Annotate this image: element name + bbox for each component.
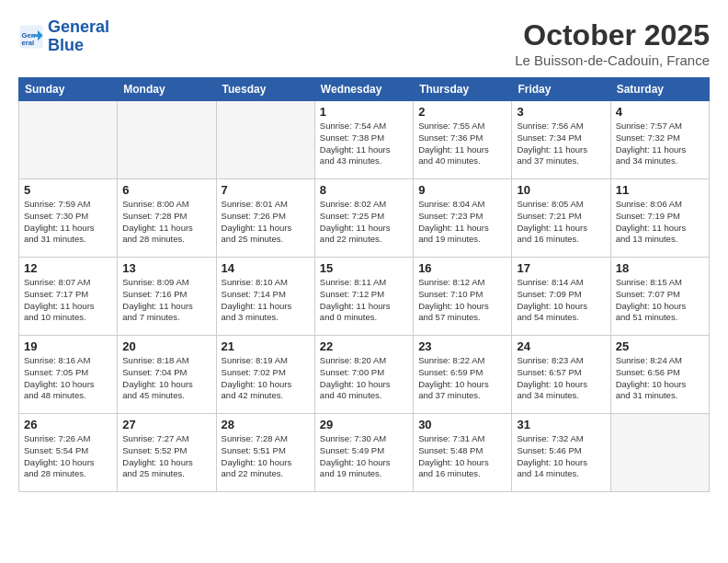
day-info: Sunrise: 8:02 AM Sunset: 7:25 PM Dayligh… — [320, 199, 408, 246]
day-info: Sunrise: 8:12 AM Sunset: 7:10 PM Dayligh… — [418, 277, 506, 324]
calendar-cell: 3Sunrise: 7:56 AM Sunset: 7:34 PM Daylig… — [512, 101, 610, 179]
day-info: Sunrise: 8:00 AM Sunset: 7:28 PM Dayligh… — [122, 199, 210, 246]
day-info: Sunrise: 8:14 AM Sunset: 7:09 PM Dayligh… — [517, 277, 605, 324]
calendar-title: October 2025 — [515, 18, 710, 52]
calendar-cell: 18Sunrise: 8:15 AM Sunset: 7:07 PM Dayli… — [610, 258, 709, 336]
day-info: Sunrise: 8:05 AM Sunset: 7:21 PM Dayligh… — [517, 199, 605, 246]
day-info: Sunrise: 7:27 AM Sunset: 5:52 PM Dayligh… — [122, 433, 210, 480]
weekday-header-saturday: Saturday — [610, 78, 709, 101]
logo: Gen eral GeneralBlue — [18, 18, 109, 55]
day-number: 14 — [222, 261, 310, 275]
calendar-cell: 1Sunrise: 7:54 AM Sunset: 7:38 PM Daylig… — [314, 101, 413, 179]
calendar-cell: 9Sunrise: 8:04 AM Sunset: 7:23 PM Daylig… — [414, 179, 512, 258]
logo-name: GeneralBlue — [48, 18, 109, 55]
calendar-cell: 17Sunrise: 8:14 AM Sunset: 7:09 PM Dayli… — [512, 258, 610, 336]
day-info: Sunrise: 8:18 AM Sunset: 7:04 PM Dayligh… — [122, 355, 210, 402]
week-row-2: 5Sunrise: 7:59 AM Sunset: 7:30 PM Daylig… — [19, 179, 710, 258]
day-number: 8 — [320, 183, 408, 197]
week-row-5: 26Sunrise: 7:26 AM Sunset: 5:54 PM Dayli… — [19, 414, 710, 492]
calendar-cell: 14Sunrise: 8:10 AM Sunset: 7:14 PM Dayli… — [216, 258, 314, 336]
day-number: 7 — [222, 183, 310, 197]
day-number: 2 — [418, 105, 506, 119]
day-info: Sunrise: 7:54 AM Sunset: 7:38 PM Dayligh… — [320, 121, 408, 167]
page-header: Gen eral GeneralBlue October 2025 Le Bui… — [18, 18, 710, 68]
calendar-cell — [216, 101, 314, 179]
calendar-cell: 28Sunrise: 7:28 AM Sunset: 5:51 PM Dayli… — [216, 414, 314, 492]
day-number: 9 — [418, 183, 506, 197]
day-info: Sunrise: 8:07 AM Sunset: 7:17 PM Dayligh… — [24, 277, 112, 324]
day-info: Sunrise: 7:59 AM Sunset: 7:30 PM Dayligh… — [24, 199, 112, 246]
day-info: Sunrise: 8:15 AM Sunset: 7:07 PM Dayligh… — [616, 277, 704, 324]
calendar-cell: 24Sunrise: 8:23 AM Sunset: 6:57 PM Dayli… — [512, 336, 610, 414]
day-number: 19 — [24, 339, 112, 353]
day-number: 12 — [24, 261, 112, 275]
weekday-header-wednesday: Wednesday — [314, 78, 413, 101]
calendar-cell: 31Sunrise: 7:32 AM Sunset: 5:46 PM Dayli… — [512, 414, 610, 492]
weekday-header-friday: Friday — [512, 78, 610, 101]
weekday-header-row: SundayMondayTuesdayWednesdayThursdayFrid… — [19, 78, 710, 101]
calendar-cell: 30Sunrise: 7:31 AM Sunset: 5:48 PM Dayli… — [414, 414, 512, 492]
day-info: Sunrise: 7:56 AM Sunset: 7:34 PM Dayligh… — [517, 121, 605, 167]
calendar-table: SundayMondayTuesdayWednesdayThursdayFrid… — [18, 77, 710, 492]
calendar-cell — [118, 101, 216, 179]
day-info: Sunrise: 7:55 AM Sunset: 7:36 PM Dayligh… — [418, 121, 506, 167]
calendar-cell: 15Sunrise: 8:11 AM Sunset: 7:12 PM Dayli… — [314, 258, 413, 336]
svg-text:eral: eral — [22, 39, 35, 47]
day-number: 1 — [320, 105, 408, 119]
day-info: Sunrise: 7:28 AM Sunset: 5:51 PM Dayligh… — [222, 433, 310, 480]
day-number: 26 — [24, 418, 112, 431]
calendar-cell: 8Sunrise: 8:02 AM Sunset: 7:25 PM Daylig… — [314, 179, 413, 258]
calendar-cell: 5Sunrise: 7:59 AM Sunset: 7:30 PM Daylig… — [19, 179, 118, 258]
weekday-header-monday: Monday — [118, 78, 216, 101]
week-row-4: 19Sunrise: 8:16 AM Sunset: 7:05 PM Dayli… — [19, 336, 710, 414]
day-info: Sunrise: 8:19 AM Sunset: 7:02 PM Dayligh… — [222, 355, 310, 402]
calendar-cell: 20Sunrise: 8:18 AM Sunset: 7:04 PM Dayli… — [118, 336, 216, 414]
day-number: 20 — [122, 339, 210, 353]
calendar-cell — [19, 101, 118, 179]
day-number: 28 — [222, 418, 310, 431]
day-info: Sunrise: 7:31 AM Sunset: 5:48 PM Dayligh… — [418, 433, 506, 480]
day-number: 10 — [517, 183, 605, 197]
day-number: 25 — [616, 339, 704, 353]
day-info: Sunrise: 8:16 AM Sunset: 7:05 PM Dayligh… — [24, 355, 112, 402]
calendar-cell: 23Sunrise: 8:22 AM Sunset: 6:59 PM Dayli… — [414, 336, 512, 414]
logo-icon: Gen eral — [18, 24, 44, 50]
calendar-cell: 7Sunrise: 8:01 AM Sunset: 7:26 PM Daylig… — [216, 179, 314, 258]
calendar-cell: 10Sunrise: 8:05 AM Sunset: 7:21 PM Dayli… — [512, 179, 610, 258]
week-row-1: 1Sunrise: 7:54 AM Sunset: 7:38 PM Daylig… — [19, 101, 710, 179]
day-info: Sunrise: 8:22 AM Sunset: 6:59 PM Dayligh… — [418, 355, 506, 402]
day-number: 23 — [418, 339, 506, 353]
calendar-cell: 26Sunrise: 7:26 AM Sunset: 5:54 PM Dayli… — [19, 414, 118, 492]
day-info: Sunrise: 7:32 AM Sunset: 5:46 PM Dayligh… — [517, 433, 605, 480]
day-number: 11 — [616, 183, 704, 197]
day-number: 6 — [122, 183, 210, 197]
weekday-header-tuesday: Tuesday — [216, 78, 314, 101]
day-number: 29 — [320, 418, 408, 431]
day-info: Sunrise: 8:10 AM Sunset: 7:14 PM Dayligh… — [222, 277, 310, 324]
day-number: 16 — [418, 261, 506, 275]
calendar-cell: 19Sunrise: 8:16 AM Sunset: 7:05 PM Dayli… — [19, 336, 118, 414]
day-info: Sunrise: 8:09 AM Sunset: 7:16 PM Dayligh… — [122, 277, 210, 324]
day-info: Sunrise: 8:04 AM Sunset: 7:23 PM Dayligh… — [418, 199, 506, 246]
calendar-cell: 4Sunrise: 7:57 AM Sunset: 7:32 PM Daylig… — [610, 101, 709, 179]
day-number: 17 — [517, 261, 605, 275]
day-number: 24 — [517, 339, 605, 353]
day-info: Sunrise: 8:06 AM Sunset: 7:19 PM Dayligh… — [616, 199, 704, 246]
calendar-cell: 27Sunrise: 7:27 AM Sunset: 5:52 PM Dayli… — [118, 414, 216, 492]
day-info: Sunrise: 8:24 AM Sunset: 6:56 PM Dayligh… — [616, 355, 704, 402]
day-number: 5 — [24, 183, 112, 197]
calendar-cell: 2Sunrise: 7:55 AM Sunset: 7:36 PM Daylig… — [414, 101, 512, 179]
day-info: Sunrise: 8:23 AM Sunset: 6:57 PM Dayligh… — [517, 355, 605, 402]
calendar-cell: 12Sunrise: 8:07 AM Sunset: 7:17 PM Dayli… — [19, 258, 118, 336]
calendar-cell: 25Sunrise: 8:24 AM Sunset: 6:56 PM Dayli… — [610, 336, 709, 414]
weekday-header-thursday: Thursday — [414, 78, 512, 101]
day-number: 3 — [517, 105, 605, 119]
title-block: October 2025 Le Buisson-de-Cadouin, Fran… — [515, 18, 710, 68]
calendar-cell: 13Sunrise: 8:09 AM Sunset: 7:16 PM Dayli… — [118, 258, 216, 336]
day-info: Sunrise: 8:20 AM Sunset: 7:00 PM Dayligh… — [320, 355, 408, 402]
day-info: Sunrise: 8:01 AM Sunset: 7:26 PM Dayligh… — [222, 199, 310, 246]
day-number: 13 — [122, 261, 210, 275]
day-info: Sunrise: 7:26 AM Sunset: 5:54 PM Dayligh… — [24, 433, 112, 480]
day-number: 27 — [122, 418, 210, 431]
weekday-header-sunday: Sunday — [19, 78, 118, 101]
